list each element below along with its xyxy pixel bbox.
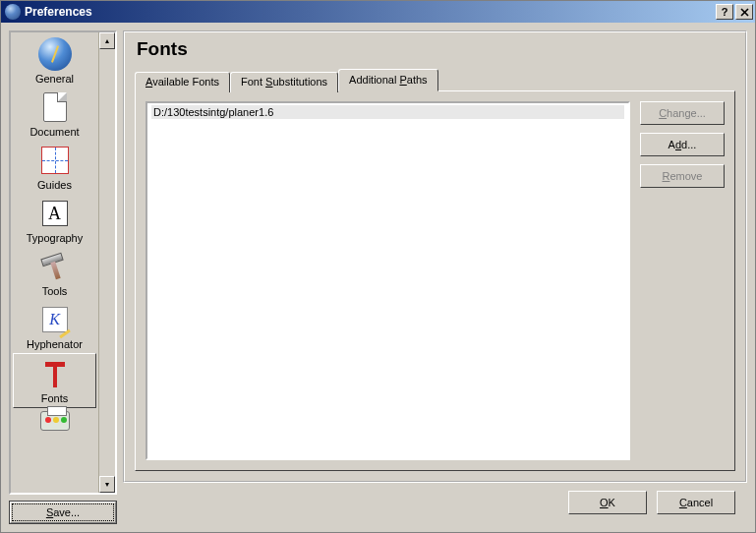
sidebar-column: General Document Guides A Typography (9, 30, 117, 524)
preferences-window: Preferences ? General Document (0, 0, 756, 533)
window-title: Preferences (25, 5, 714, 19)
typography-icon: A (38, 197, 72, 230)
scroll-up-button[interactable]: ▴ (99, 32, 115, 49)
sidebar-list: General Document Guides A Typography (11, 32, 98, 493)
sidebar-item-typography[interactable]: A Typography (13, 194, 96, 247)
tab-available-fonts[interactable]: Available Fonts (135, 72, 230, 92)
scroll-down-button[interactable]: ▾ (99, 476, 115, 493)
sidebar-scrollbar[interactable]: ▴ ▾ (98, 32, 115, 493)
sidebar-item-fonts[interactable]: Fonts (13, 353, 96, 408)
remove-button[interactable]: Remove (640, 164, 725, 188)
general-icon (38, 37, 72, 71)
app-icon (5, 4, 21, 20)
ok-button[interactable]: OK (568, 491, 647, 514)
tab-font-substitutions[interactable]: Font Substitutions (230, 72, 338, 92)
document-icon (38, 90, 72, 124)
sidebar-item-label: General (35, 73, 74, 85)
close-button[interactable] (735, 4, 753, 20)
sidebar-item-document[interactable]: Document (13, 88, 96, 141)
sidebar-item-label: Guides (37, 179, 72, 191)
help-button[interactable]: ? (716, 4, 733, 20)
hyphenator-icon: K (38, 303, 72, 336)
page-title: Fonts (137, 38, 735, 60)
sidebar-item-hyphenator[interactable]: K Hyphenator (13, 300, 96, 353)
guides-icon (38, 144, 72, 177)
sidebar-item-label: Typography (27, 232, 83, 244)
fonts-icon (38, 357, 72, 390)
titlebar: Preferences ? (1, 1, 755, 23)
path-buttons: Change... Add... Remove (640, 101, 725, 460)
change-button[interactable]: Change... (640, 101, 725, 125)
tab-row: Available Fonts Font Substitutions Addit… (135, 70, 735, 91)
sidebar-item-tools[interactable]: Tools (13, 247, 96, 300)
sidebar-item-general[interactable]: General (13, 34, 96, 88)
content-area: General Document Guides A Typography (1, 23, 755, 532)
sidebar-item-label: Tools (42, 285, 68, 297)
sidebar-item-label: Document (29, 126, 79, 138)
tools-icon (38, 250, 72, 283)
cancel-button[interactable]: Cancel (657, 491, 735, 514)
add-button[interactable]: Add... (640, 133, 725, 156)
save-button[interactable]: Save... (9, 501, 117, 524)
sidebar-item-guides[interactable]: Guides (13, 141, 96, 194)
list-item[interactable]: D:/130testsintg/planer1.6 (151, 105, 624, 119)
path-list[interactable]: D:/130testsintg/planer1.6 (145, 101, 630, 460)
printer-icon (38, 411, 72, 431)
dialog-footer: OK Cancel (123, 483, 747, 524)
tab-additional-paths[interactable]: Additional Paths (338, 69, 438, 91)
tab-page: D:/130testsintg/planer1.6 Change... Add.… (135, 90, 735, 471)
sidebar: General Document Guides A Typography (9, 30, 117, 495)
sidebar-item-label: Fonts (41, 392, 69, 404)
sidebar-item-printer[interactable] (13, 408, 96, 431)
main-panel: Fonts Available Fonts Font Substitutions… (123, 30, 747, 483)
sidebar-item-label: Hyphenator (27, 338, 83, 350)
